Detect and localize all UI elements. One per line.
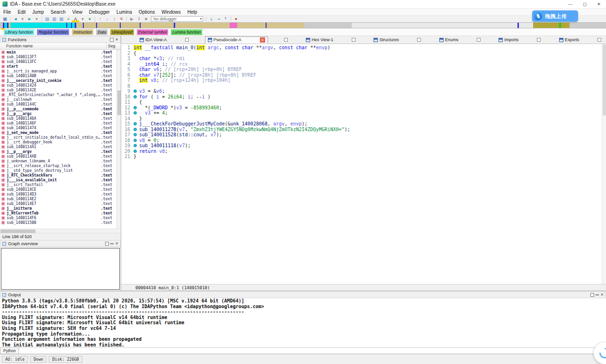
function-row[interactable]: fj_set_new_mode.text (0, 130, 121, 135)
close-icon[interactable]: ✕ (260, 37, 265, 43)
code-line[interactable]: 9 v3 = &v6; (121, 89, 606, 94)
function-row[interactable]: fj__initterm.text (0, 206, 121, 211)
code-line[interactable]: 13 v3 += 4; (121, 110, 606, 116)
navband-segment[interactable] (570, 23, 606, 28)
function-row[interactable]: fj__p___commode.text (0, 107, 121, 111)
minimize-button[interactable]: — (563, 0, 578, 8)
functions-panel-header[interactable]: Functions ✕ (0, 36, 121, 43)
function-row[interactable]: fsub_1400114E7.text (0, 201, 121, 206)
detach-window-icon[interactable] (537, 38, 541, 42)
function-row[interactable]: fsub_1400114D3.text (0, 192, 121, 196)
function-row[interactable]: fj___isa_available_init.text (0, 178, 121, 182)
close-button[interactable]: ✕ (592, 0, 606, 8)
close-icon[interactable]: ✕ (115, 38, 118, 42)
highlight-dropdown-icon[interactable]: ▾ (79, 16, 86, 22)
code-line[interactable]: 16 sub_14001127B(v7, "ZmxhZ3tjYWE4ZGY5ND… (121, 127, 606, 133)
code-line[interactable]: 6 char v7[252]; // [rsp+28h] [rbp+8h] BY… (121, 72, 606, 78)
output-panel-header[interactable]: Output ✕ (0, 291, 606, 298)
code-line[interactable]: 1int __fastcall main_0(int argc, const c… (121, 45, 606, 51)
code-line[interactable]: 2{ (121, 51, 606, 56)
lumina-status-icon[interactable]: ● (86, 16, 93, 22)
menu-jump[interactable]: Jump (29, 9, 47, 15)
function-row[interactable]: fj__scrt_is_managed_app.text (0, 69, 121, 73)
navband-segment[interactable] (304, 23, 352, 28)
functions-horizontal-scrollbar[interactable] (0, 229, 121, 233)
window-list-icon[interactable]: ▤ (44, 16, 51, 22)
start-process-icon[interactable]: ▶ (128, 16, 135, 22)
detach-window-icon[interactable] (185, 38, 189, 42)
restore-window-icon[interactable] (590, 293, 594, 297)
navband-segment[interactable] (67, 23, 71, 28)
menu-view[interactable]: View (69, 9, 86, 15)
function-row[interactable]: fstart.text (0, 64, 121, 69)
function-row[interactable]: fj__crt_debugger_hook.text (0, 140, 121, 144)
code-line[interactable]: 11 { (121, 99, 606, 105)
detach-window-icon[interactable] (417, 38, 421, 42)
tab-structures[interactable]: Structures (371, 36, 401, 44)
function-row[interactable]: fsub_1400114AB.text (0, 154, 121, 159)
code-line[interactable]: 14 } (121, 116, 606, 122)
navband-segment[interactable] (97, 23, 120, 28)
code-line[interactable]: 10 for ( i = 26i64; i; --i ) (121, 94, 606, 100)
names-window-icon[interactable]: ▧ (58, 16, 65, 22)
code-line[interactable]: 18 v8 = 0; (121, 138, 606, 143)
debugger-select[interactable]: No debugger▾ (151, 16, 203, 22)
tab-enums[interactable]: Enums (437, 36, 461, 44)
maximize-button[interactable]: ▢ (578, 0, 592, 8)
navband-segment[interactable] (84, 23, 96, 28)
function-row[interactable]: fj__p___argv.text (0, 149, 121, 154)
code-line[interactable]: 12 *(_DWORD *)v3 = -858993460; (121, 105, 606, 111)
run-until-return-icon[interactable]: ⇡ (222, 16, 229, 22)
function-row[interactable]: f_RTC_GetSrcLine(uchar *,wchar_t *,ulong… (0, 92, 121, 97)
function-row[interactable]: fsub_1400114E2.text (0, 196, 121, 201)
code-line[interactable]: 5 char v6; // [rsp+20h] [rbp+0h] BYREF (121, 67, 606, 72)
navband-segment[interactable] (533, 23, 559, 28)
functions-vertical-scrollbar[interactable] (116, 50, 121, 229)
menu-search[interactable]: Search (47, 9, 69, 15)
scrollbar-thumb[interactable] (117, 90, 121, 115)
function-row[interactable]: fj___security_init_cookie.text (0, 78, 121, 83)
detach-window-icon[interactable] (352, 38, 356, 42)
function-row[interactable]: fsub_1400113FC.text (0, 59, 121, 64)
code-line[interactable]: 8 (121, 83, 606, 89)
function-row[interactable]: fsub_14001144C.text (0, 102, 121, 107)
code-line[interactable]: 20 return v8; (121, 149, 606, 154)
navband-segment[interactable] (76, 23, 83, 28)
menu-windows[interactable]: Windows (158, 9, 184, 15)
functions-window-icon[interactable]: ▥ (51, 16, 58, 22)
column-seg[interactable]: Seg (107, 43, 121, 49)
function-row[interactable]: fsub_14001140B.text (0, 73, 121, 78)
code-line[interactable]: 15 j___CheckForDebuggerJustMyCode(&unk_1… (121, 121, 606, 127)
scrollbar-thumb[interactable] (0, 230, 36, 233)
python-prompt-label[interactable]: Python (0, 347, 19, 354)
function-row[interactable]: fmain.text (0, 50, 121, 54)
minimize-icon[interactable] (110, 243, 114, 244)
function-row[interactable]: fj_unknown_libname_4.text (0, 159, 121, 163)
function-row[interactable]: fsub_1400113F7.text (0, 54, 121, 59)
function-row[interactable]: fj__callnewh.text (0, 97, 121, 102)
python-command-input[interactable] (19, 347, 606, 354)
detach-window-icon[interactable] (477, 38, 481, 42)
segments-icon[interactable]: ≡ (65, 16, 72, 22)
function-row[interactable]: fsub_140011500.text (0, 220, 121, 225)
function-row[interactable]: fj_RTC_CheckStackVars.text (0, 173, 121, 178)
navband-segment[interactable] (237, 23, 266, 28)
code-line[interactable]: 21} (121, 154, 606, 160)
detach-window-icon[interactable] (284, 38, 288, 42)
function-row[interactable]: fj__scrt_fastfail.text (0, 182, 121, 187)
menu-options[interactable]: Options (135, 9, 158, 15)
pause-process-icon[interactable]: ‖ (135, 16, 143, 22)
navband-segment[interactable] (230, 23, 237, 28)
pseudocode-vertical-scrollbar[interactable] (602, 44, 606, 284)
drag-upload-button[interactable]: 拖拽上传 (532, 10, 578, 22)
jump-next-icon[interactable]: ↓ (104, 16, 111, 22)
back-icon[interactable]: ◄ (12, 16, 19, 22)
navband-segment[interactable] (352, 23, 517, 28)
menu-help[interactable]: Help (184, 9, 201, 15)
function-row[interactable]: fj__scrt_initialize_default_local_stdio_… (0, 135, 121, 140)
code-line[interactable]: 17 sub_140011528(std::cout, v7); (121, 132, 606, 138)
restore-window-icon[interactable] (110, 38, 114, 42)
tab-ida-view-a[interactable]: IDA View-A (137, 36, 169, 44)
jump-prev-icon[interactable]: ↑ (97, 16, 104, 22)
graph-overview-canvas[interactable] (1, 248, 120, 290)
